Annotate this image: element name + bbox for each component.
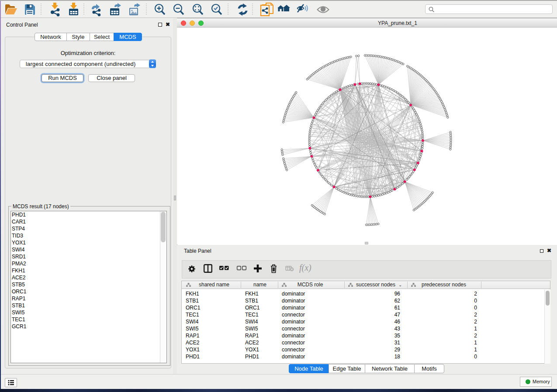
svg-text:f(x): f(x) [299, 263, 311, 273]
